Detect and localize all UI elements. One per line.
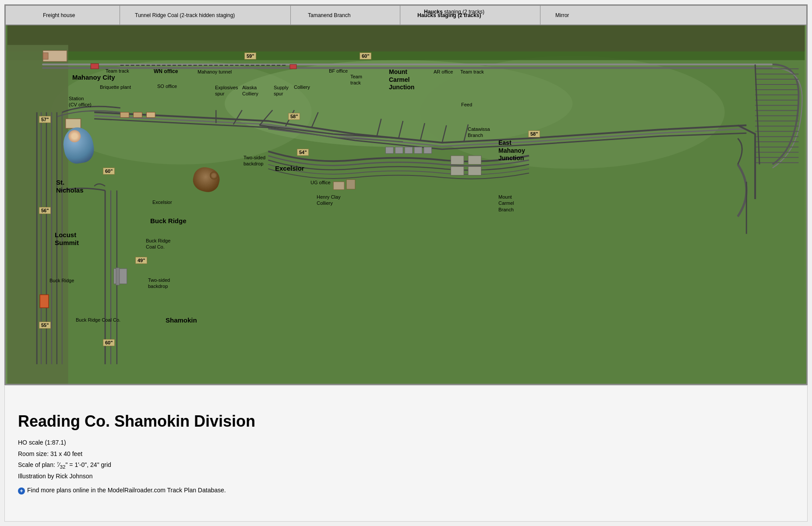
link-text: Find more plans online in the ModelRailr…: [27, 487, 226, 494]
svg-rect-68: [40, 295, 49, 308]
label-two-sided-backdrop-top: Two-sidedbackdrop: [244, 154, 265, 167]
dim-56: 56": [39, 207, 51, 214]
svg-rect-51: [120, 112, 129, 118]
illus-line: Illustration by Rick Johnson: [18, 471, 794, 482]
svg-rect-5: [7, 25, 805, 52]
svg-rect-54: [66, 119, 81, 128]
top-labels-bar: Freight house Tunnel Ridge Coal (2-track…: [6, 6, 806, 25]
layout-title: Reading Co. Shamokin Division: [18, 412, 794, 431]
svg-rect-66: [333, 182, 344, 189]
label-buck-ridge-coal: Buck RidgeCoal Co.: [146, 238, 170, 250]
label-colliery: Colliery: [294, 84, 310, 90]
track-plan: Freight house Tunnel Ridge Coal (2-track…: [4, 4, 808, 385]
svg-rect-55: [91, 63, 99, 69]
label-alaska-colliery: AlaskaColliery: [242, 84, 258, 97]
room-line: Room size: 31 x 40 feet: [18, 449, 794, 459]
svg-rect-67: [346, 179, 355, 189]
dim-60-right: 60": [360, 53, 371, 60]
label-mount-carmel-branch: MountCarmelBranch: [498, 194, 514, 213]
label-north-line-coal: Excelsior: [152, 200, 172, 205]
label-locust-summit: LocustSummit: [55, 231, 79, 247]
svg-rect-60: [414, 147, 422, 154]
dim-60-left: 60": [103, 168, 115, 175]
info-details: HO scale (1:87.1) Room size: 31 x 40 fee…: [18, 437, 794, 482]
label-so-office: SO office: [157, 84, 177, 89]
label-east-mahanoy-junction: EastMahanoyJunction: [498, 139, 525, 162]
label-ar-office: AR office: [434, 69, 453, 75]
label-sr-office: UG office: [311, 180, 331, 186]
svg-rect-6: [7, 45, 68, 384]
svg-rect-63: [468, 156, 481, 165]
label-freight-house: Freight house: [43, 12, 75, 18]
svg-rect-58: [395, 147, 403, 154]
label-st-nicholas: St.Nicholas: [56, 179, 84, 194]
label-wn-office: WN office: [154, 68, 178, 74]
svg-rect-56: [290, 64, 297, 69]
label-tunnel-ridge: Tunnel Ridge Coal (2-track hidden stagin…: [135, 12, 235, 18]
svg-rect-61: [424, 147, 432, 154]
label-su-office: Buck Ridge Coal Co.: [76, 317, 120, 323]
label-supply-spur: Supplyspur: [274, 84, 289, 97]
dim-54: 54": [297, 149, 309, 156]
label-explosives-spur: Explosivesspur: [215, 84, 238, 97]
label-mahanoy-tunnel: Mahanoy tunnel: [198, 69, 232, 75]
svg-rect-50: [43, 53, 48, 60]
info-link: + Find more plans online in the ModelRai…: [18, 487, 794, 494]
label-two-sided-backdrop-bot: Two-sidedbackdrop: [148, 277, 170, 290]
label-feed: Feed: [461, 102, 472, 108]
label-team-track-right: Team track: [460, 69, 484, 75]
label-buck-ridge: Buck Ridge: [150, 217, 187, 225]
info-main: Reading Co. Shamokin Division HO scale (…: [5, 386, 807, 521]
label-catawissa-branch: CatawissaBranch: [468, 126, 490, 139]
dim-57: 57": [39, 116, 51, 123]
svg-rect-65: [468, 167, 481, 175]
label-haucks-bold: Haucks staging (2 tracks): [424, 9, 484, 15]
svg-rect-64: [451, 167, 464, 175]
dim-60-bot: 60": [103, 339, 115, 346]
label-henry-clay-colliery: Henry ClayColliery: [317, 194, 340, 207]
svg-rect-70: [116, 268, 120, 285]
dim-59: 59": [244, 53, 256, 60]
dim-49: 49": [135, 257, 147, 264]
link-icon: +: [18, 487, 25, 494]
svg-rect-52: [134, 112, 142, 118]
label-shamokin: Shamokin: [166, 316, 197, 324]
label-excelsior: Excelsior: [275, 165, 304, 172]
label-mirror: Mirror: [555, 12, 569, 18]
label-vx-office: Buck Ridge: [49, 278, 74, 284]
label-tamanend: Tamanend Branch: [308, 12, 350, 18]
svg-rect-62: [451, 156, 464, 165]
label-team-track-mid: Teamtrack: [350, 74, 362, 86]
dim-58-right: 58": [528, 130, 540, 137]
dim-58-mid: 58": [288, 113, 300, 120]
label-station: Station(CV office): [69, 95, 92, 108]
svg-rect-59: [405, 147, 413, 154]
dim-55: 55": [39, 322, 51, 329]
label-team-track-left: Team track: [106, 68, 129, 74]
page-container: Freight house Tunnel Ridge Coal (2-track…: [0, 0, 812, 526]
label-bf-office: BF office: [329, 68, 348, 74]
scale-line: HO scale (1:87.1): [18, 437, 794, 448]
info-panel: Reading Co. Shamokin Division HO scale (…: [4, 385, 808, 522]
svg-rect-53: [146, 112, 155, 118]
label-briquette-plant: Briquette plant: [100, 84, 131, 90]
label-mount-carmel-junction: MountCarmelJunction: [389, 68, 414, 91]
plan-line: Scale of plan: 7⁄32" = 1'-0", 24" grid: [18, 459, 794, 471]
label-mahanoy-city: Mahanoy City: [72, 74, 115, 81]
svg-rect-57: [385, 147, 393, 154]
